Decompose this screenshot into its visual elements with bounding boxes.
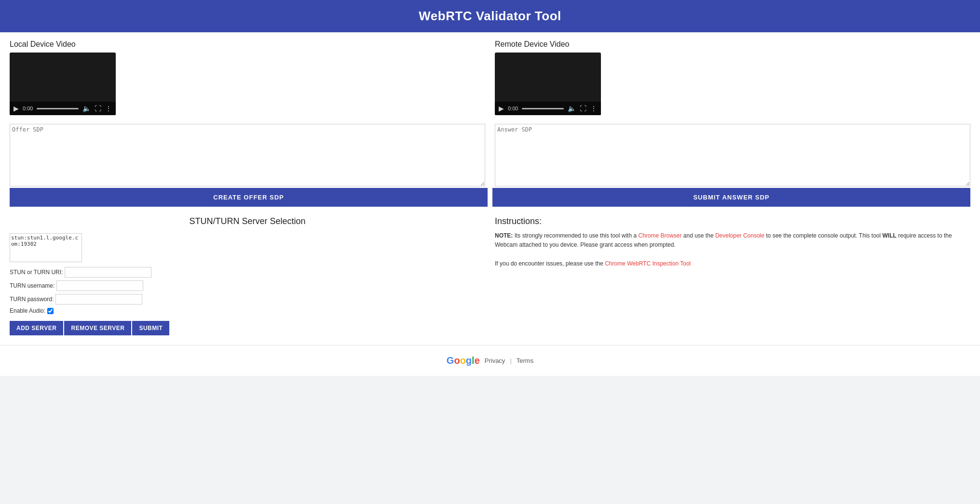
footer: Google Privacy | Terms bbox=[0, 345, 980, 376]
enable-audio-row: Enable Audio: bbox=[10, 307, 485, 314]
rest-text: to see the complete console output. This… bbox=[764, 232, 883, 239]
google-logo: Google bbox=[447, 355, 480, 366]
chrome-inspection-link[interactable]: Chrome WebRTC Inspection Tool bbox=[605, 260, 691, 267]
google-g-blue: G bbox=[447, 355, 454, 366]
turn-username-label: TURN username: bbox=[10, 282, 54, 289]
turn-username-input[interactable] bbox=[56, 280, 143, 291]
note-bold-label: NOTE: bbox=[495, 232, 513, 239]
enable-audio-checkbox[interactable] bbox=[47, 308, 54, 314]
header-title: WebRTC Validator Tool bbox=[419, 9, 561, 23]
action-button-row: CREATE OFFER SDP SUBMIT ANSWER SDP bbox=[10, 188, 970, 207]
local-fullscreen-icon[interactable]: ⛶ bbox=[95, 105, 101, 112]
remote-video-controls: ▶ 0:00 🔈 ⛶ ⋮ bbox=[495, 102, 601, 115]
remote-video-label: Remote Device Video bbox=[495, 40, 970, 49]
google-g-yellow: o bbox=[460, 355, 466, 366]
enable-audio-label: Enable Audio: bbox=[10, 307, 45, 314]
footer-divider: | bbox=[510, 357, 511, 364]
answer-sdp-textarea[interactable] bbox=[495, 124, 970, 186]
terms-link[interactable]: Terms bbox=[517, 357, 533, 364]
offer-sdp-panel bbox=[10, 124, 485, 188]
turn-password-input[interactable] bbox=[55, 294, 142, 305]
remote-video-player: ▶ 0:00 🔈 ⛶ ⋮ bbox=[495, 53, 601, 115]
remote-fullscreen-icon[interactable]: ⛶ bbox=[580, 105, 586, 112]
issue-text: If you do encounter issues, please use t… bbox=[495, 260, 605, 267]
stun-uri-row: STUN or TURN URI: bbox=[10, 267, 485, 278]
turn-username-row: TURN username: bbox=[10, 280, 485, 291]
local-video-panel: Local Device Video ▶ 0:00 🔈 ⛶ ⋮ bbox=[10, 40, 485, 115]
local-video-progress bbox=[37, 108, 79, 109]
remote-video-progress bbox=[522, 108, 564, 109]
stun-buttons: ADD SERVER REMOVE SERVER SUBMIT bbox=[10, 321, 485, 335]
remote-video-time: 0:00 bbox=[508, 106, 518, 111]
remote-play-icon[interactable]: ▶ bbox=[499, 105, 504, 112]
create-offer-button[interactable]: CREATE OFFER SDP bbox=[10, 188, 488, 207]
remove-server-button[interactable]: REMOVE SERVER bbox=[64, 321, 131, 335]
stun-panel: STUN/TURN Server Selection stun:stun1.l.… bbox=[10, 216, 485, 335]
privacy-link[interactable]: Privacy bbox=[485, 357, 505, 364]
offer-sdp-textarea[interactable] bbox=[10, 124, 485, 186]
submit-stun-button[interactable]: SUBMIT bbox=[132, 321, 169, 335]
google-g-blue2: g bbox=[466, 355, 472, 366]
add-server-button[interactable]: ADD SERVER bbox=[10, 321, 63, 335]
chrome-browser-link[interactable]: Chrome Browser bbox=[638, 232, 681, 239]
remote-volume-icon[interactable]: 🔈 bbox=[568, 105, 576, 112]
submit-answer-button[interactable]: SUBMIT ANSWER SDP bbox=[492, 188, 970, 207]
local-video-controls: ▶ 0:00 🔈 ⛶ ⋮ bbox=[10, 102, 116, 115]
turn-password-row: TURN password: bbox=[10, 294, 485, 305]
remote-video-panel: Remote Device Video ▶ 0:00 🔈 ⛶ ⋮ bbox=[495, 40, 970, 115]
local-more-icon[interactable]: ⋮ bbox=[105, 105, 112, 112]
stun-title: STUN/TURN Server Selection bbox=[10, 216, 485, 226]
stun-server-list[interactable]: stun:stun1.l.google.com:19302 bbox=[10, 233, 82, 262]
and-text: and use the bbox=[682, 232, 715, 239]
local-volume-icon[interactable]: 🔈 bbox=[82, 105, 91, 112]
local-video-player: ▶ 0:00 🔈 ⛶ ⋮ bbox=[10, 53, 116, 115]
local-play-icon[interactable]: ▶ bbox=[14, 105, 19, 112]
stun-uri-input[interactable] bbox=[65, 267, 151, 278]
lower-section: STUN/TURN Server Selection stun:stun1.l.… bbox=[0, 207, 980, 345]
instructions-panel: Instructions: NOTE: Its strongly recomme… bbox=[495, 216, 970, 335]
instructions-title: Instructions: bbox=[495, 216, 970, 226]
instructions-body: NOTE: Its strongly recommended to use th… bbox=[495, 231, 970, 268]
local-video-time: 0:00 bbox=[23, 106, 33, 111]
dev-console-link[interactable]: Developer Console bbox=[715, 232, 764, 239]
note-text: Its strongly recommended to use this too… bbox=[513, 232, 638, 239]
turn-password-label: TURN password: bbox=[10, 296, 54, 303]
header: WebRTC Validator Tool bbox=[0, 0, 980, 32]
remote-more-icon[interactable]: ⋮ bbox=[590, 105, 597, 112]
will-bold: WILL bbox=[883, 232, 897, 239]
google-g-red2: e bbox=[475, 355, 480, 366]
stun-uri-label: STUN or TURN URI: bbox=[10, 269, 63, 276]
google-g-red: o bbox=[454, 355, 460, 366]
answer-sdp-panel bbox=[495, 124, 970, 188]
local-video-label: Local Device Video bbox=[10, 40, 485, 49]
